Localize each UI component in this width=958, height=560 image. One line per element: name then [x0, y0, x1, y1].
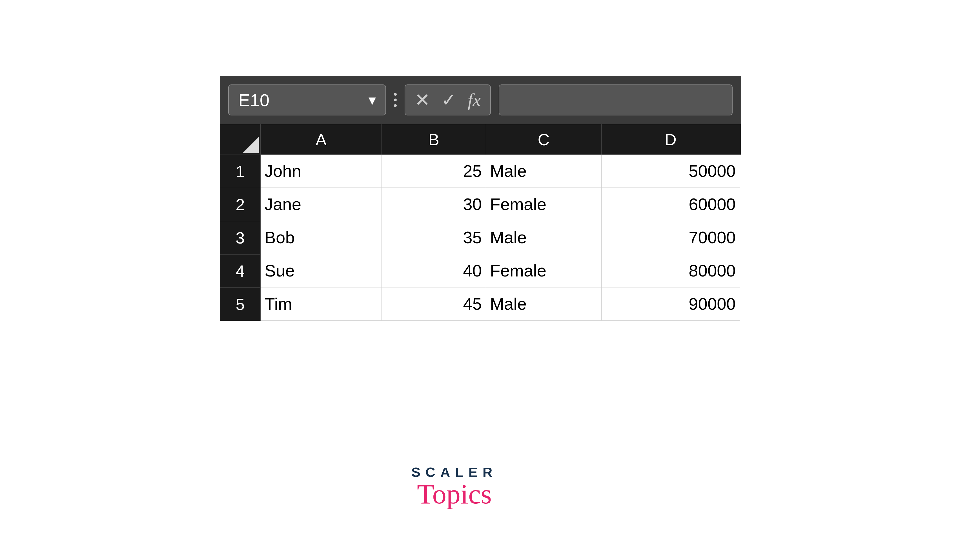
cell-a2[interactable]: Jane — [261, 188, 382, 221]
cell-c1[interactable]: Male — [486, 155, 601, 188]
brand-logo: SCALER Topics — [411, 465, 497, 510]
table-row: 1 John 25 Male 50000 — [220, 155, 741, 188]
cell-c5[interactable]: Male — [486, 288, 601, 321]
name-box[interactable]: E10 ▾ — [228, 84, 386, 115]
table-row: 3 Bob 35 Male 70000 — [220, 221, 741, 254]
cell-d1[interactable]: 50000 — [601, 155, 740, 188]
cell-a4[interactable]: Sue — [261, 254, 382, 288]
cell-a3[interactable]: Bob — [261, 221, 382, 254]
row-header-3[interactable]: 3 — [220, 221, 261, 254]
formula-controls: ✕ ✓ fx — [404, 84, 491, 115]
cell-b4[interactable]: 40 — [382, 254, 486, 288]
formula-bar-input[interactable] — [499, 84, 733, 115]
cell-a1[interactable]: John — [261, 155, 382, 188]
table-row: 4 Sue 40 Female 80000 — [220, 254, 741, 288]
fx-icon[interactable]: fx — [468, 90, 481, 111]
vertical-dots-icon[interactable] — [394, 93, 397, 107]
cell-b3[interactable]: 35 — [382, 221, 486, 254]
cancel-icon[interactable]: ✕ — [415, 90, 430, 111]
cell-b1[interactable]: 25 — [382, 155, 486, 188]
table-row: 5 Tim 45 Male 90000 — [220, 288, 741, 321]
column-header-row: A B C D — [220, 124, 741, 155]
cell-b2[interactable]: 30 — [382, 188, 486, 221]
cell-d2[interactable]: 60000 — [601, 188, 740, 221]
cell-d5[interactable]: 90000 — [601, 288, 740, 321]
row-header-2[interactable]: 2 — [220, 188, 261, 221]
confirm-icon[interactable]: ✓ — [441, 90, 457, 111]
chevron-down-icon[interactable]: ▾ — [368, 92, 376, 108]
select-all-corner[interactable] — [220, 124, 261, 155]
table-row: 2 Jane 30 Female 60000 — [220, 188, 741, 221]
column-header-a[interactable]: A — [261, 124, 382, 155]
cell-d3[interactable]: 70000 — [601, 221, 740, 254]
name-box-value: E10 — [238, 90, 270, 110]
row-header-4[interactable]: 4 — [220, 254, 261, 288]
column-header-c[interactable]: C — [486, 124, 601, 155]
column-header-d[interactable]: D — [601, 124, 740, 155]
formula-toolbar: E10 ▾ ✕ ✓ fx — [220, 76, 741, 124]
cell-c4[interactable]: Female — [486, 254, 601, 288]
cell-c2[interactable]: Female — [486, 188, 601, 221]
column-header-b[interactable]: B — [382, 124, 486, 155]
cell-b5[interactable]: 45 — [382, 288, 486, 321]
cell-d4[interactable]: 80000 — [601, 254, 740, 288]
spreadsheet-app: E10 ▾ ✕ ✓ fx A B C D 1 John 25 Male 5000… — [220, 76, 741, 321]
cell-a5[interactable]: Tim — [261, 288, 382, 321]
worksheet-grid: A B C D 1 John 25 Male 50000 2 Jane 30 F… — [220, 124, 741, 321]
cell-c3[interactable]: Male — [486, 221, 601, 254]
row-header-1[interactable]: 1 — [220, 155, 261, 188]
brand-line2: Topics — [411, 478, 497, 510]
row-header-5[interactable]: 5 — [220, 288, 261, 321]
